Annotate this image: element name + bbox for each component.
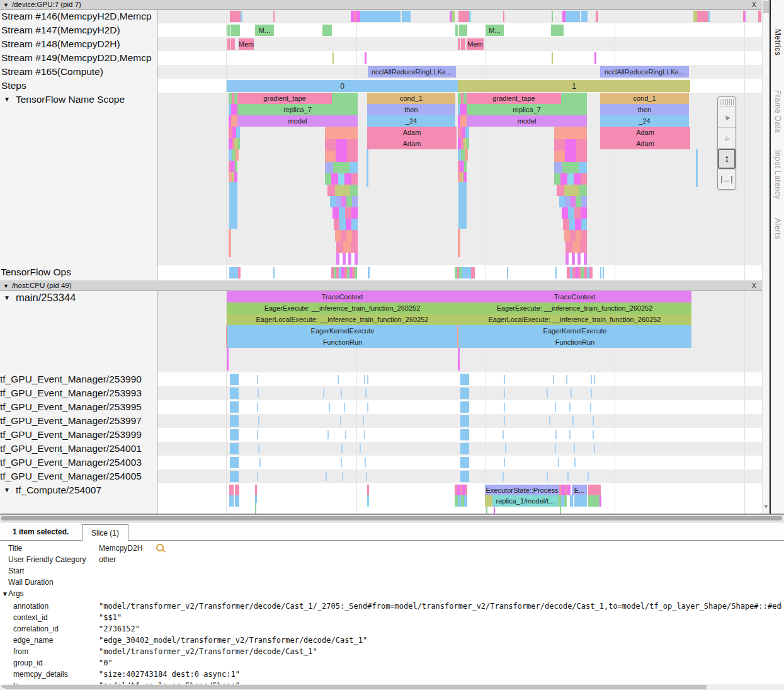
trace-event[interactable] (323, 389, 324, 398)
vertical-scrollbar[interactable]: ▼ (762, 0, 770, 514)
horizontal-scrollbar[interactable]: ◄ (0, 684, 784, 690)
trace-event[interactable] (230, 457, 239, 468)
trace-event[interactable] (230, 374, 239, 385)
trace-event[interactable] (555, 267, 557, 279)
trace-event[interactable] (758, 11, 761, 22)
trace-event[interactable] (330, 196, 358, 207)
trace-event[interactable] (360, 11, 401, 22)
trace-event[interactable] (574, 458, 576, 467)
trace-event[interactable] (257, 430, 258, 439)
trace-event[interactable] (367, 495, 369, 507)
trace-event[interactable] (594, 52, 596, 64)
scroll-down-icon[interactable]: ▼ (763, 503, 769, 510)
trace-event[interactable] (552, 52, 553, 64)
trace-event[interactable]: EagerLocalExecute: __inference_train_fun… (458, 314, 691, 325)
trace-event[interactable] (345, 430, 346, 439)
trace-event[interactable] (460, 388, 469, 399)
collapse-icon[interactable]: ▼ (2, 590, 8, 597)
trace-event[interactable] (325, 127, 358, 139)
trace-event[interactable]: ExecutorState::Process (485, 485, 559, 495)
trace-event[interactable]: M... (486, 25, 504, 36)
trace-event[interactable] (341, 389, 342, 398)
trace-event[interactable] (341, 444, 343, 453)
trace-event[interactable] (367, 485, 369, 495)
collapse-icon[interactable]: ▼ (4, 96, 10, 103)
trace-event[interactable]: FunctionRun (458, 336, 691, 348)
trace-event[interactable] (229, 149, 239, 161)
trace-event[interactable] (558, 495, 573, 507)
trace-event[interactable] (258, 444, 259, 453)
trace-event[interactable] (460, 457, 469, 468)
trace-event[interactable]: gradient_tape (467, 93, 561, 104)
trace-event[interactable] (504, 389, 505, 398)
trace-event[interactable] (360, 444, 361, 453)
trace-event[interactable] (229, 182, 237, 193)
trace-event[interactable] (574, 444, 575, 453)
args-section-header[interactable]: ▼Args (2, 589, 24, 598)
trace-event[interactable] (554, 151, 587, 162)
trace-event[interactable] (460, 401, 469, 413)
trace-event[interactable] (696, 149, 698, 187)
trace-event[interactable]: EagerKernelExecute (227, 325, 458, 336)
trace-event[interactable] (697, 11, 708, 22)
trace-event[interactable] (227, 25, 230, 36)
trace-event[interactable] (230, 471, 239, 482)
trace-event[interactable] (591, 389, 592, 398)
trace-event[interactable] (273, 11, 275, 22)
trace-event[interactable] (567, 472, 569, 481)
trace-event[interactable] (230, 429, 239, 440)
collapse-icon[interactable]: ▼ (4, 486, 10, 493)
trace-event[interactable] (590, 403, 591, 411)
trace-event[interactable] (569, 430, 571, 439)
trace-event[interactable] (555, 403, 556, 411)
trace-event[interactable] (460, 443, 469, 454)
trace-event[interactable] (273, 267, 275, 279)
trace-event[interactable] (229, 229, 231, 257)
trace-event[interactable] (230, 388, 239, 399)
trace-event[interactable] (365, 458, 366, 467)
selection-tool-button[interactable]: ▲ (718, 106, 736, 127)
trace-event[interactable] (367, 375, 368, 384)
trace-event[interactable] (600, 267, 601, 279)
trace-event[interactable] (229, 93, 237, 104)
pan-tool-button[interactable]: ↔↕ (718, 127, 736, 148)
trace-event[interactable] (344, 403, 345, 411)
trace-event[interactable] (569, 403, 571, 411)
trace-event[interactable] (567, 267, 593, 279)
trace-event[interactable] (458, 360, 460, 371)
trace-event[interactable]: then (367, 104, 455, 115)
trace-event[interactable] (504, 417, 505, 425)
trace-event[interactable] (334, 219, 358, 230)
trace-event[interactable] (458, 127, 469, 138)
zoom-tool-button[interactable]: ↕ (718, 148, 736, 169)
trace-event[interactable] (554, 162, 587, 173)
horizontal-scrollbar-thumb[interactable] (5, 685, 707, 689)
trace-event[interactable] (332, 93, 358, 104)
trace-event[interactable]: gradient_tape (237, 93, 332, 104)
trace-event[interactable] (235, 485, 239, 495)
trace-event[interactable] (460, 374, 469, 385)
trace-event[interactable]: 1 (458, 80, 690, 92)
trace-event[interactable] (593, 417, 594, 425)
trace-event[interactable] (229, 104, 234, 115)
trace-event[interactable] (458, 348, 460, 360)
trace-event[interactable] (458, 172, 467, 182)
trace-event[interactable] (227, 38, 230, 50)
trace-event[interactable] (257, 472, 258, 481)
trace-event[interactable] (458, 149, 468, 161)
trace-event[interactable] (336, 241, 358, 253)
sidebar-tab-metrics[interactable]: Metrics (773, 29, 782, 55)
sidebar-tab-alerts[interactable]: Alerts (773, 218, 782, 239)
trace-event[interactable] (255, 485, 257, 495)
trace-event[interactable] (603, 267, 604, 279)
trace-event[interactable] (485, 495, 492, 507)
trace-event[interactable] (366, 472, 367, 481)
trace-event[interactable] (235, 495, 239, 507)
trace-event[interactable] (458, 115, 463, 127)
trace-event[interactable] (342, 472, 343, 481)
trace-event[interactable]: EagerKernelExecute (458, 325, 691, 336)
trace-event[interactable] (365, 389, 366, 398)
trace-event[interactable] (229, 161, 237, 172)
trace-event[interactable] (336, 253, 358, 265)
trace-event[interactable] (458, 104, 463, 115)
